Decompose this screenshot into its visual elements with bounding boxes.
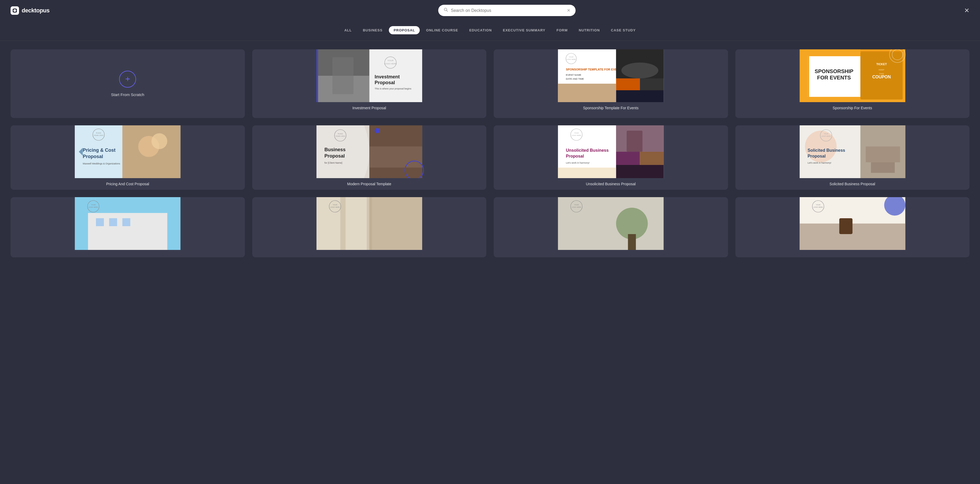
template-thumbnail: YOUR LOGO HERE [735,197,970,250]
svg-text:KEEP: KEEP [878,68,884,71]
svg-rect-26 [640,78,663,90]
template-card-solicited-business[interactable]: YOUR LOGO HERE Solicited Business Propos… [735,125,970,190]
svg-text:Proposal: Proposal [808,154,826,158]
template-label [252,250,487,257]
svg-rect-42 [808,55,809,97]
close-button[interactable]: ✕ [964,7,969,14]
svg-text:YOUR: YOUR [574,204,579,206]
template-thumbnail: YOUR LOGO HERE Solicited Business Propos… [735,125,970,178]
svg-text:LOGO HERE: LOGO HERE [572,135,581,136]
svg-text:Proposal: Proposal [375,80,395,85]
start-from-scratch-card[interactable]: + Start From Scratch [11,49,245,118]
svg-text:YOUR: YOUR [816,204,821,206]
tab-education[interactable]: EDUCATION [465,26,496,34]
svg-text:This is where your proposal be: This is where your proposal begins [375,87,412,90]
tab-all[interactable]: ALL [339,26,356,34]
svg-text:Let's work in harmony!: Let's work in harmony! [808,162,831,164]
svg-rect-78 [616,152,640,165]
template-card-sponsorship-events[interactable]: YOUR LOGO HERE SPONSORSHIP TEMPLATE FOR … [494,49,728,118]
template-label: Sponsorship Template For Events [494,102,728,114]
logo-text: decktopus [22,7,50,14]
template-grid: + Start From Scratch YOUR LOGO HERE Inve… [0,41,980,266]
svg-text:LOGO HERE: LOGO HERE [330,206,340,208]
tab-nutrition[interactable]: NUTRITION [574,26,605,34]
svg-text:Unsolicited Business: Unsolicited Business [566,148,609,152]
template-label [735,250,970,257]
svg-text:YOUR LOGO: YOUR LOGO [94,135,103,136]
svg-text:for [Client Name]: for [Client Name] [325,162,342,164]
template-card-row3-4[interactable]: YOUR LOGO HERE [735,197,970,257]
svg-text:Solicited Business: Solicited Business [808,148,845,152]
template-thumbnail: YOUR LOGO HERE [11,197,245,250]
svg-text:YOUR: YOUR [332,204,337,206]
template-thumbnail: YOUR LOGO HERE SPONSORSHIP TEMPLATE FOR … [494,49,728,102]
svg-text:FOR EVENTS: FOR EVENTS [817,75,851,81]
svg-text:TICKET: TICKET [876,63,887,66]
svg-text:EVENT NAME: EVENT NAME [566,74,581,76]
svg-text:YOUR: YOUR [574,132,579,134]
svg-text:LOGO HERE: LOGO HERE [572,206,581,208]
search-input[interactable] [451,8,564,13]
template-card-row3-2[interactable]: YOUR LOGO HERE [252,197,487,257]
template-label [494,250,728,257]
template-card-modern-proposal[interactable]: PLACE YOUR LOGO Business Proposal for [C… [252,125,487,190]
svg-rect-81 [558,168,616,178]
search-bar[interactable]: ✕ [438,5,576,16]
svg-text:LOGO HERE: LOGO HERE [384,63,397,65]
template-card-unsolicited-business[interactable]: YOUR LOGO HERE Unsolicited Business Prop… [494,125,728,190]
svg-text:YOUR: YOUR [387,59,393,62]
svg-rect-6 [332,57,353,94]
template-thumbnail: PLACE YOUR LOGO Business Proposal for [C… [252,125,487,178]
template-card-investment-proposal[interactable]: YOUR LOGO HERE Investment Proposal This … [252,49,487,118]
template-label: Solicited Business Proposal [735,178,970,190]
svg-text:Maxwell Weddings & Organizatio: Maxwell Weddings & Organizations [83,162,120,165]
template-card-row3-1[interactable]: YOUR LOGO HERE [11,197,245,257]
search-icon [444,7,448,13]
svg-rect-65 [369,146,422,168]
svg-rect-118 [839,218,853,234]
svg-rect-92 [865,146,900,162]
tab-form[interactable]: FORM [552,26,573,34]
template-card-pricing-cost-proposal[interactable]: PLACE YOUR LOGO Pricing & Cost Proposal … [11,125,245,190]
template-thumbnail: SPONSORSHIP FOR EVENTS TICKET KEEP THIS … [735,49,970,102]
tab-online-course[interactable]: ONLINE COURSE [421,26,463,34]
template-thumbnail: YOUR LOGO HERE Investment Proposal This … [252,49,487,102]
svg-rect-25 [616,78,640,90]
svg-text:Proposal: Proposal [325,153,345,159]
template-thumbnail: YOUR LOGO HERE [252,197,487,250]
svg-text:Pricing & Cost: Pricing & Cost [83,148,115,153]
svg-text:LOGO HERE: LOGO HERE [566,59,576,60]
svg-text:YOUR: YOUR [91,204,96,206]
svg-rect-93 [871,162,895,173]
tab-executive-summary[interactable]: EXECUTIVE SUMMARY [498,26,550,34]
template-label: Unsolicited Business Proposal [494,178,728,190]
template-card-sponsorship-for-events[interactable]: SPONSORSHIP FOR EVENTS TICKET KEEP THIS … [735,49,970,118]
svg-text:PLACE: PLACE [337,133,343,135]
svg-rect-43 [808,55,860,56]
svg-text:Let's work in harmony!: Let's work in harmony! [566,162,590,164]
svg-text:LOGO HERE: LOGO HERE [89,206,98,208]
search-clear-button[interactable]: ✕ [567,8,570,13]
svg-rect-77 [627,131,643,152]
svg-line-3 [446,10,447,11]
svg-rect-14 [317,49,318,102]
scratch-label: Start From Scratch [111,92,144,97]
template-label: Investment Proposal [252,102,487,114]
logo: decktopus [11,6,50,15]
plus-icon: + [119,71,136,87]
svg-rect-79 [640,152,663,165]
tab-case-study[interactable]: CASE STUDY [606,26,641,34]
svg-text:Investment: Investment [375,74,400,79]
svg-text:YOUR: YOUR [569,56,574,58]
svg-text:Proposal: Proposal [566,154,584,158]
tab-proposal[interactable]: PROPOSAL [389,26,420,34]
svg-rect-98 [109,218,117,226]
logo-icon [11,6,19,15]
svg-point-67 [375,128,380,133]
template-card-row3-3[interactable]: YOUR LOGO HERE [494,197,728,257]
svg-text:LOGO HERE: LOGO HERE [821,135,831,137]
svg-text:Proposal: Proposal [83,154,103,159]
svg-text:Business: Business [325,147,345,152]
tab-business[interactable]: BUSINESS [358,26,387,34]
svg-rect-112 [628,234,636,250]
